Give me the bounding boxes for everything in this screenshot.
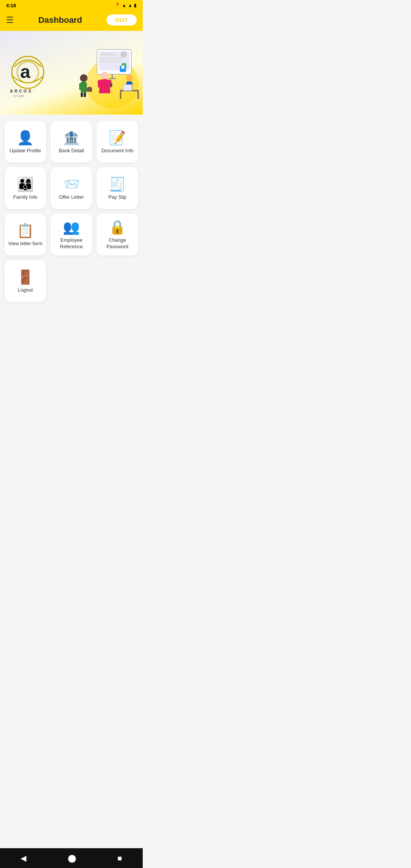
bank-detail-label: Bank Detail [59,148,84,154]
svg-point-15 [121,66,124,69]
logout-icon: 🚪 [17,270,34,284]
bank-detail-icon: 🏦 [63,131,80,145]
svg-rect-35 [123,85,132,91]
svg-rect-25 [88,87,91,88]
page-title: Dashboard [38,15,82,25]
header: ☰ Dashboard OUT [0,11,143,31]
svg-rect-27 [98,80,101,88]
document-info-icon: 📝 [109,131,126,145]
document-info-label: Document Info [101,148,134,154]
svg-rect-33 [120,91,121,99]
network-icon: ▲ [128,3,132,8]
banner: a ARCOS e-Care + [0,31,143,115]
arcos-logo-svg: a ARCOS e-Care [7,51,56,97]
view-letter-form-icon: 📋 [17,224,34,238]
svg-rect-16 [112,74,113,78]
svg-text:ARCOS: ARCOS [10,89,33,93]
banner-illustration: + [70,40,139,108]
out-button[interactable]: OUT [107,14,137,26]
pay-slip-icon: 🧾 [109,177,126,191]
svg-rect-22 [81,93,83,97]
update-profile-icon: 👤 [17,131,34,145]
update-profile-label: Update Profile [10,148,41,154]
svg-point-26 [101,72,108,79]
svg-rect-23 [84,93,86,97]
svg-rect-29 [110,83,112,87]
grid-item-pay-slip[interactable]: 🧾Pay Slip [97,167,138,209]
location-icon: 📍 [115,3,120,8]
grid-item-update-profile[interactable]: 👤Update Profile [5,121,46,163]
battery-icon: ▮ [134,3,137,8]
svg-rect-20 [79,83,82,90]
view-letter-form-label: View letter form [8,241,42,247]
grid-item-view-letter-form[interactable]: 📋View letter form [5,214,46,255]
family-info-icon: 👨‍👩‍👦 [17,177,34,191]
offer-letter-label: Offer Letter [59,194,84,201]
grid-item-bank-detail[interactable]: 🏦Bank Detail [51,121,92,163]
svg-rect-11 [100,61,121,62]
grid-item-employee-reference[interactable]: 👥Employee Reference [51,214,92,255]
svg-text:e-Care: e-Care [14,94,24,97]
svg-point-9 [121,51,127,57]
grid-item-document-info[interactable]: 📝Document Info [97,121,138,163]
pay-slip-label: Pay Slip [108,194,127,201]
status-bar: 4:18 📍 ▲ ▲ ▮ [0,0,143,11]
status-time: 4:18 [6,3,16,8]
svg-rect-21 [84,83,87,90]
svg-rect-10 [100,58,123,59]
grid-item-family-info[interactable]: 👨‍👩‍👦Family Info [5,167,46,209]
svg-rect-17 [108,78,116,79]
company-logo: a ARCOS e-Care [7,51,56,97]
family-info-label: Family Info [13,194,38,201]
svg-point-30 [126,75,133,81]
svg-rect-34 [137,91,139,99]
menu-icon[interactable]: ☰ [6,15,14,25]
svg-rect-8 [100,53,115,56]
grid-item-logout[interactable]: 🚪Logout [5,260,46,302]
svg-rect-36 [124,91,131,91]
logout-label: Logout [18,287,33,294]
dashboard-grid: 👤Update Profile🏦Bank Detail📝Document Inf… [0,115,143,308]
grid-item-offer-letter[interactable]: 📨Offer Letter [51,167,92,209]
employee-reference-label: Employee Reference [54,237,89,250]
grid-item-change-password[interactable]: 🔒Change Password [97,214,138,255]
office-illustration: + [70,42,139,108]
change-password-icon: 🔒 [109,220,126,234]
svg-text:a: a [20,62,30,82]
svg-point-18 [80,74,88,82]
offer-letter-icon: 📨 [63,177,80,191]
signal-icon: ▲ [122,3,126,8]
change-password-label: Change Password [100,237,135,250]
status-icons: 📍 ▲ ▲ ▮ [115,3,137,8]
employee-reference-icon: 👥 [63,220,80,234]
